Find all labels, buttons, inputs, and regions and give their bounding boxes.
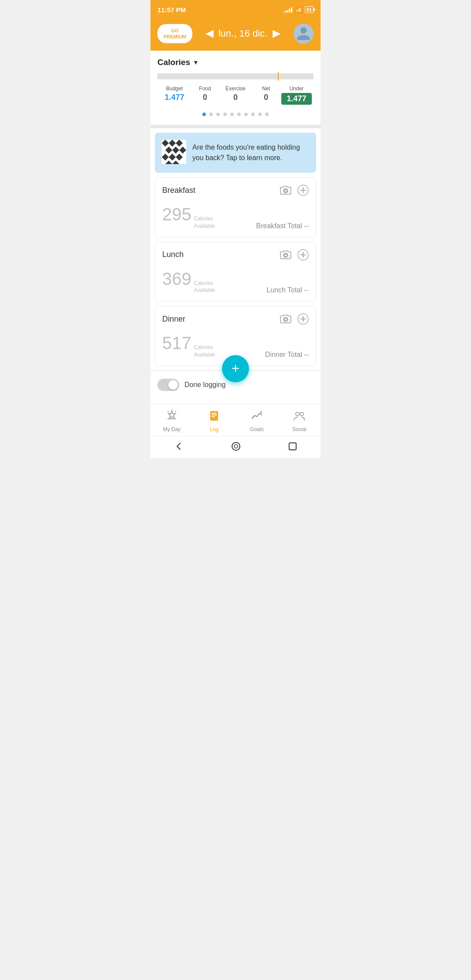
signal-icon	[284, 7, 292, 13]
dinner-total: Dinner Total --	[265, 351, 309, 359]
social-label: Social	[292, 426, 307, 432]
budget-label: Budget	[159, 86, 190, 92]
dinner-header: Dinner	[162, 313, 309, 325]
recents-button[interactable]	[288, 442, 297, 451]
under-value: 1.477	[281, 93, 312, 105]
food-label: Food	[190, 86, 220, 92]
svg-rect-21	[212, 416, 215, 417]
dot-2[interactable]	[216, 113, 220, 116]
lunch-footer: 369 Calories Available Lunch Total --	[162, 269, 309, 295]
tab-goals[interactable]: Goals	[236, 408, 278, 434]
svg-point-12	[284, 189, 287, 192]
exercise-value: 0	[220, 93, 251, 102]
stat-under: Under 1.477	[281, 86, 312, 105]
food-banner[interactable]: Are the foods you're eating holding you …	[155, 133, 316, 173]
breakfast-calories: 295 Calories Available	[162, 205, 215, 230]
svg-point-23	[300, 412, 304, 416]
calories-header[interactable]: Calories ▼	[157, 58, 314, 67]
calorie-progress-bar	[157, 73, 314, 79]
my-day-icon	[166, 410, 178, 425]
dinner-add-button[interactable]	[297, 313, 309, 325]
wifi-icon: 📶	[295, 6, 302, 13]
log-label: Log	[210, 426, 218, 432]
dot-5[interactable]	[237, 113, 241, 116]
dot-1[interactable]	[209, 113, 213, 116]
dinner-camera-button[interactable]	[280, 314, 291, 324]
lunch-actions	[280, 249, 309, 260]
progress-marker	[278, 72, 279, 81]
add-food-fab[interactable]: +	[222, 355, 249, 382]
lunch-camera-button[interactable]	[280, 250, 291, 260]
lunch-cal-label: Calories Available	[194, 280, 215, 295]
dot-7[interactable]	[251, 113, 255, 116]
goals-label: Goals	[250, 426, 263, 432]
dot-6[interactable]	[244, 113, 248, 116]
dot-4[interactable]	[230, 113, 234, 116]
avatar[interactable]	[294, 24, 314, 44]
net-label: Net	[251, 86, 281, 92]
header: GO PREMIUM ◀ lun., 16 dic. ▶	[150, 19, 321, 51]
tab-my-day[interactable]: My Day	[150, 408, 193, 434]
lunch-header: Lunch	[162, 249, 309, 260]
done-logging-toggle[interactable]	[157, 379, 179, 391]
current-date: lun., 16 dic.	[218, 28, 268, 39]
breakfast-total: Breakfast Total --	[256, 222, 309, 230]
budget-value: 1.477	[159, 93, 190, 102]
premium-button[interactable]: GO PREMIUM	[157, 24, 192, 44]
battery-icon: 81	[305, 6, 314, 13]
dinner-title: Dinner	[162, 315, 185, 324]
lunch-add-button[interactable]	[297, 249, 309, 260]
svg-point-25	[234, 445, 238, 448]
section-divider	[150, 125, 321, 128]
lunch-cal-number: 369	[162, 269, 191, 289]
system-nav	[150, 436, 321, 458]
prev-date-button[interactable]: ◀	[206, 28, 213, 39]
breakfast-camera-button[interactable]	[280, 185, 291, 195]
home-button[interactable]	[231, 442, 241, 451]
main-content: Calories ▼ Budget 1.477 Food 0 Exercise …	[150, 51, 321, 458]
stat-food: Food 0	[190, 86, 220, 105]
next-date-button[interactable]: ▶	[273, 28, 280, 39]
social-icon	[293, 410, 305, 425]
breakfast-add-button[interactable]	[297, 185, 309, 196]
dot-0[interactable]	[202, 113, 206, 116]
stat-net: Net 0	[251, 86, 281, 105]
done-logging-label: Done logging	[184, 381, 225, 389]
breakfast-actions	[280, 185, 309, 196]
under-label: Under	[281, 86, 312, 92]
progress-fill	[157, 73, 314, 79]
net-value: 0	[251, 93, 281, 102]
status-icons: 📶 81	[284, 6, 314, 13]
dinner-calories: 517 Calories Available	[162, 333, 215, 359]
date-nav: ◀ lun., 16 dic. ▶	[206, 28, 280, 39]
calories-dropdown-icon: ▼	[193, 59, 199, 66]
banner-text: Are the foods you're eating holding you …	[192, 142, 309, 163]
dinner-actions	[280, 313, 309, 325]
status-bar: 11:57 PM 📶 81	[150, 0, 321, 19]
tab-social[interactable]: Social	[278, 408, 321, 434]
svg-rect-19	[212, 413, 217, 414]
status-time: 11:57 PM	[157, 6, 186, 14]
nav-tabs: My Day Log Goals	[150, 404, 321, 436]
dinner-cal-number: 517	[162, 333, 191, 353]
svg-rect-18	[210, 411, 218, 421]
breakfast-card: Breakfast 295	[155, 177, 316, 237]
exercise-label: Exercise	[220, 86, 251, 92]
calories-title: Calories	[157, 58, 190, 67]
log-icon	[208, 410, 220, 425]
breakfast-header: Breakfast	[162, 185, 309, 196]
svg-rect-26	[289, 443, 296, 450]
food-value: 0	[190, 93, 220, 102]
back-button[interactable]	[174, 442, 184, 451]
stat-exercise: Exercise 0	[220, 86, 251, 105]
dot-9[interactable]	[265, 113, 269, 116]
svg-point-22	[296, 412, 299, 416]
toggle-knob	[168, 380, 178, 390]
dot-8[interactable]	[258, 113, 262, 116]
tab-log[interactable]: Log	[193, 408, 236, 434]
svg-point-24	[232, 442, 240, 450]
dinner-cal-label: Calories Available	[194, 344, 215, 359]
lunch-title: Lunch	[162, 250, 184, 259]
breakfast-cal-label: Calories Available	[194, 215, 215, 230]
dot-3[interactable]	[223, 113, 227, 116]
